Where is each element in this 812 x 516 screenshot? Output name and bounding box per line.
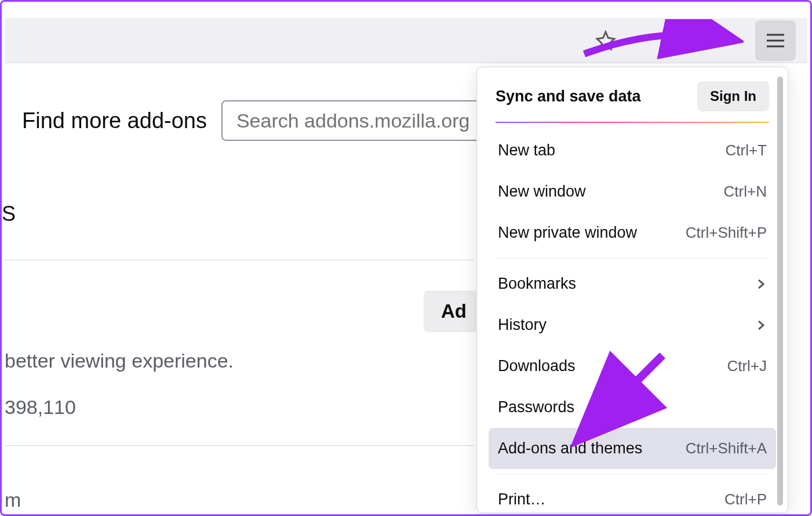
menu-item-history[interactable]: History bbox=[496, 304, 769, 346]
menu-item-label: Add-ons and themes bbox=[498, 439, 642, 457]
hamburger-icon bbox=[766, 33, 785, 48]
menu-item-shortcut: Ctrl+P bbox=[724, 490, 767, 508]
menu-item-shortcut: Ctrl+Shift+P bbox=[686, 224, 767, 242]
menu-item-passwords[interactable]: Passwords bbox=[496, 387, 769, 428]
menu-item-label: Downloads bbox=[498, 357, 576, 375]
menu-item-shortcut: Ctrl+J bbox=[727, 357, 767, 375]
menu-inner: Sync and save data Sign In New tab Ctrl+… bbox=[477, 67, 788, 516]
menu-item-new-tab[interactable]: New tab Ctrl+T bbox=[496, 130, 769, 171]
addon-action-button[interactable]: Ad bbox=[424, 290, 481, 332]
menu-item-bookmarks[interactable]: Bookmarks bbox=[496, 263, 769, 304]
partial-text-s: S bbox=[2, 202, 16, 226]
menu-item-new-window[interactable]: New window Ctrl+N bbox=[496, 171, 769, 212]
menu-item-label: Print… bbox=[498, 490, 546, 508]
menu-item-shortcut: Ctrl+N bbox=[724, 183, 767, 201]
menu-separator bbox=[496, 474, 769, 474]
menu-item-label: New private window bbox=[498, 224, 637, 242]
hamburger-menu-button[interactable] bbox=[755, 20, 796, 61]
divider bbox=[5, 445, 474, 446]
menu-item-shortcut: Ctrl+T bbox=[726, 141, 767, 159]
find-addons-label: Find more add-ons bbox=[22, 108, 207, 133]
menu-item-label: New window bbox=[498, 183, 586, 201]
menu-item-label: Passwords bbox=[498, 398, 574, 416]
application-menu: Sync and save data Sign In New tab Ctrl+… bbox=[476, 67, 788, 513]
chevron-right-icon bbox=[755, 278, 767, 290]
addon-users-count: 398,110 bbox=[5, 396, 76, 419]
menu-item-label: Bookmarks bbox=[498, 275, 576, 293]
menu-item-downloads[interactable]: Downloads Ctrl+J bbox=[496, 346, 769, 387]
sync-label: Sync and save data bbox=[496, 88, 641, 106]
sync-row: Sync and save data Sign In bbox=[496, 81, 769, 122]
menu-scrollbar[interactable] bbox=[777, 77, 783, 506]
partial-text-m: m bbox=[5, 489, 21, 511]
menu-item-addons-themes[interactable]: Add-ons and themes Ctrl+Shift+A bbox=[489, 428, 776, 469]
signin-button[interactable]: Sign In bbox=[697, 81, 769, 111]
divider bbox=[5, 260, 474, 260]
menu-item-new-private-window[interactable]: New private window Ctrl+Shift+P bbox=[496, 212, 769, 253]
menu-item-shortcut: Ctrl+Shift+A bbox=[686, 439, 767, 457]
gradient-divider bbox=[496, 122, 769, 123]
menu-item-print[interactable]: Print… Ctrl+P bbox=[496, 479, 769, 516]
addon-description: better viewing experience. bbox=[5, 350, 234, 372]
browser-toolbar bbox=[5, 18, 807, 63]
bookmark-star-icon[interactable] bbox=[595, 30, 616, 51]
menu-separator bbox=[496, 258, 769, 259]
chevron-right-icon bbox=[755, 319, 767, 331]
menu-item-label: New tab bbox=[498, 141, 555, 159]
menu-item-label: History bbox=[498, 316, 547, 334]
